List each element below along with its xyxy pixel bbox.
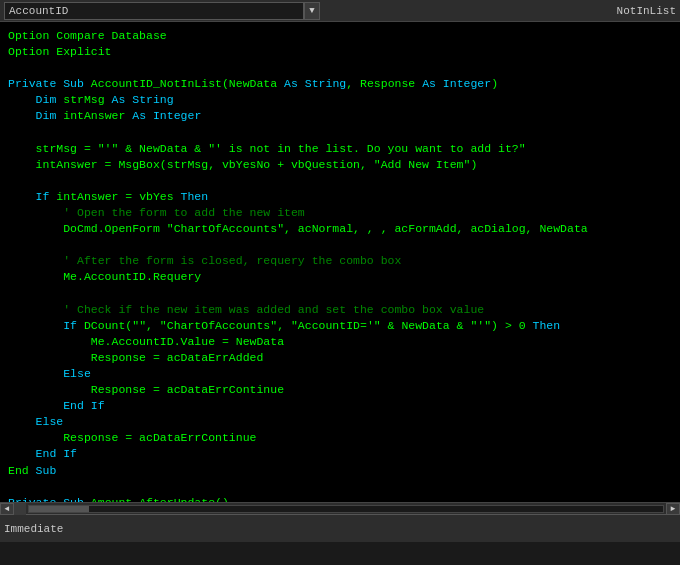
module-selector: ▼ <box>4 2 609 20</box>
corner-resize <box>14 503 26 515</box>
scroll-thumb <box>29 506 89 512</box>
title-bar: ▼ NotInList <box>0 0 680 22</box>
immediate-label: Immediate <box>4 523 63 535</box>
module-dropdown-arrow[interactable]: ▼ <box>304 2 320 20</box>
module-name-input[interactable] <box>4 2 304 20</box>
proc-name: NotInList <box>617 5 676 17</box>
scroll-left-btn[interactable]: ◄ <box>0 503 14 515</box>
immediate-window-bar: Immediate <box>0 514 680 542</box>
code-editor[interactable]: Option Compare Database Option Explicit … <box>0 22 680 502</box>
horizontal-scrollbar: ◄ ► <box>0 502 680 514</box>
scroll-right-btn[interactable]: ► <box>666 503 680 515</box>
scroll-track[interactable] <box>28 505 664 513</box>
